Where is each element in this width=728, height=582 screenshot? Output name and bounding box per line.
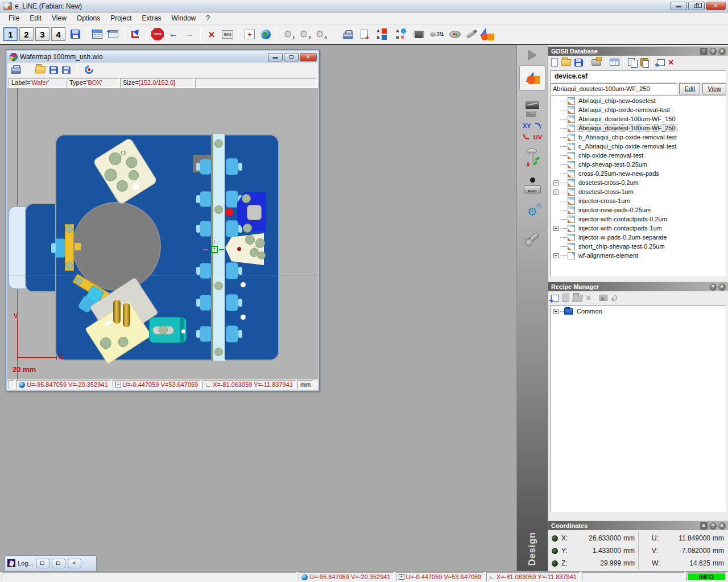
wm-toolbox-icon[interactable] <box>11 67 21 74</box>
gdsii-tree-item[interactable]: cross-0.25um-new-new-pads <box>551 169 726 178</box>
add-to-view-icon[interactable] <box>657 59 665 66</box>
gdsii-tree-item[interactable]: short_chip-shevap-test-0.25um <box>551 242 726 251</box>
copy-icon[interactable] <box>628 58 637 67</box>
menu-project[interactable]: Project <box>105 13 136 23</box>
pin-button[interactable] <box>463 26 479 42</box>
log-window-minimized[interactable]: Log... ✕ <box>5 555 97 571</box>
gdsii-tree-item[interactable]: wf-alignment-element <box>551 251 726 260</box>
tools-wrench-button[interactable] <box>519 226 545 251</box>
add-marker-button[interactable]: + <box>242 26 258 42</box>
coordinates-panel-header[interactable]: Coordinates ≡ ? ˄ <box>548 521 728 530</box>
save-view-button[interactable] <box>67 26 83 42</box>
design-mode-button[interactable] <box>519 65 545 90</box>
stage-control-button[interactable]: Raith <box>519 172 545 197</box>
back-button[interactable]: ← <box>166 26 181 42</box>
menu-help[interactable]: ? <box>201 13 215 23</box>
log-maximize-button[interactable] <box>52 559 65 568</box>
gdsii-tree-item[interactable]: dosetest-cross-1um <box>551 187 726 196</box>
image-button[interactable]: IMG <box>220 26 235 42</box>
gdsii-tree-item[interactable]: injector-w-pads-0.2um-separate <box>551 233 726 242</box>
log-close-button[interactable]: ✕ <box>68 559 81 568</box>
expander-icon[interactable] <box>553 253 559 258</box>
gdsii-tree-item[interactable]: injector-new-pads-0.25um <box>551 205 726 214</box>
expand-arrow-button[interactable] <box>519 47 545 64</box>
close-button[interactable]: ✕ <box>706 2 726 10</box>
design-shapes-button[interactable] <box>479 26 495 42</box>
gdsii-panel-header[interactable]: GDSII Database ≡ ? ˄ <box>548 46 728 56</box>
delete-icon[interactable]: × <box>668 58 673 67</box>
export-button[interactable] <box>127 26 143 42</box>
xy-uv-transform-button[interactable]: XYUV <box>519 119 545 144</box>
minimize-button[interactable]: ▬ <box>671 2 687 10</box>
recipe-panel-header[interactable]: Recipe Manager ? ˄ <box>548 282 728 291</box>
gdsii-tree-item[interactable]: c_Abriaqui_chip-oxide-removal-test <box>551 142 726 151</box>
wafer-disk-button[interactable] <box>447 26 463 42</box>
new-recipe-icon[interactable] <box>562 294 569 302</box>
log-restore-button[interactable] <box>36 559 49 568</box>
stop-button[interactable]: STOP <box>150 26 166 42</box>
gdsii-tree-item[interactable]: Abriaqui_chip-oxide-removal-test <box>551 105 726 114</box>
gdsii-tree-item[interactable]: chip-oxide-removal-test <box>551 151 726 160</box>
view-1-button[interactable]: 1 <box>3 27 18 41</box>
delete-recipe-icon[interactable]: × <box>586 294 591 303</box>
wafermap-canvas[interactable]: V U 20 mm <box>7 88 318 379</box>
gear-2-button[interactable]: ⚙2 <box>296 26 312 42</box>
gdsii-tree-item[interactable]: Abriaqui_chip-new-dosetest <box>551 96 726 105</box>
add-recipe-icon[interactable] <box>551 295 559 302</box>
new-wafermap-button[interactable]: + <box>89 26 105 42</box>
menu-window[interactable]: Window <box>167 13 201 23</box>
gdsii-tree-item[interactable]: injector-with-contactpads-1um <box>551 224 726 233</box>
gear-3-button[interactable]: ⚙3 <box>312 26 328 42</box>
wm-minimize-button[interactable]: ▬ <box>268 53 283 61</box>
gdsii-tree-item[interactable]: Abriaqui_dosetest-100um-WF_250 <box>551 123 726 133</box>
settings-gears-button[interactable]: ⚙ <box>519 199 545 224</box>
gdsii-tree-item[interactable]: injector-with-contactpads-0.2um <box>551 214 726 224</box>
menu-extras[interactable]: Extras <box>137 13 167 23</box>
save-file-icon[interactable] <box>574 59 583 67</box>
mode-ab-button[interactable]: A B× <box>391 26 411 42</box>
view-3-button[interactable]: 3 <box>35 27 49 41</box>
panel-help-icon[interactable]: ? <box>709 283 717 291</box>
wm-save-icon[interactable] <box>49 66 58 74</box>
wafermap-titlebar[interactable]: Wafermap 100mm_ush.wlo ▬ ✕ <box>7 51 318 63</box>
view-4-button[interactable]: 4 <box>51 27 65 41</box>
menu-file[interactable]: File <box>3 13 24 23</box>
structure-name-input[interactable] <box>551 83 677 94</box>
counter-button[interactable]: 7/1 <box>427 26 447 42</box>
expander-icon[interactable] <box>553 180 559 185</box>
recipe-image-icon[interactable] <box>599 295 607 301</box>
open-file-icon[interactable] <box>561 59 572 66</box>
delete-image-button[interactable]: × <box>204 26 220 42</box>
monitor-mode-button[interactable] <box>519 92 545 117</box>
wm-close-button[interactable]: ✕ <box>300 53 317 61</box>
panel-collapse-icon[interactable]: ˄ <box>718 48 726 55</box>
panel-collapse-icon[interactable]: ˄ <box>718 283 726 291</box>
restore-button[interactable] <box>688 2 705 10</box>
new-window-button[interactable]: + <box>105 26 121 42</box>
panel-menu-icon[interactable]: ≡ <box>700 48 708 55</box>
view-button[interactable]: View <box>702 83 726 94</box>
view-2-button[interactable]: 2 <box>19 27 34 41</box>
wm-save-as-icon[interactable] <box>62 66 71 74</box>
selection-marker[interactable] <box>211 246 218 253</box>
recipe-tree-item[interactable]: Common <box>551 306 726 317</box>
panel-menu-icon[interactable]: ≡ <box>700 522 708 530</box>
column-control-button[interactable] <box>519 146 545 171</box>
gear-1-button[interactable]: ⚙1 <box>280 26 296 42</box>
recipe-folder-icon[interactable] <box>572 295 583 302</box>
menu-edit[interactable]: Edit <box>24 13 47 23</box>
menu-options[interactable]: Options <box>72 13 105 23</box>
gdsii-tree-item[interactable]: dosetest-cross-0.2um <box>551 178 726 187</box>
layer-ab-button[interactable]: A B <box>372 26 391 42</box>
gdsii-tree-item[interactable]: Abriaqui_dosetest-100um-WF_150 <box>551 114 726 123</box>
toolbox-button[interactable] <box>340 26 356 42</box>
menu-view[interactable]: View <box>47 13 72 23</box>
panel-collapse-icon[interactable]: ˄ <box>718 522 726 530</box>
edit-button[interactable]: Edit <box>679 83 700 94</box>
forward-button[interactable]: → <box>181 26 197 42</box>
wm-refresh-icon[interactable] <box>83 64 95 76</box>
new-file-icon[interactable] <box>551 58 558 67</box>
wm-restore-button[interactable] <box>284 53 299 61</box>
gdsii-tree-item[interactable]: chip-shevap-test-0.25um <box>551 160 726 169</box>
panel-help-icon[interactable]: ? <box>709 48 717 55</box>
